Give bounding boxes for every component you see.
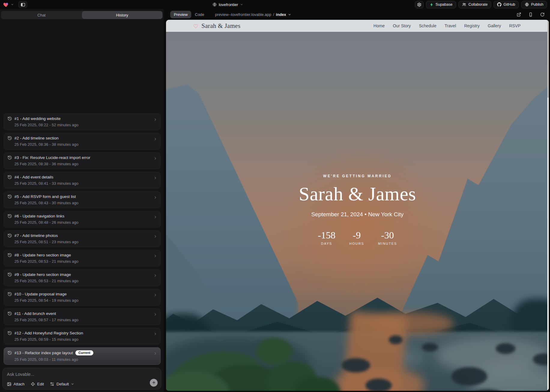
lovable-logo-icon[interactable] xyxy=(3,2,9,7)
preview-panel: Preview Code preview--lovefrontier.lovab… xyxy=(166,9,549,391)
hero-eyebrow: WE'RE GETTING MARRIED xyxy=(166,174,549,178)
publish-button[interactable]: Publish xyxy=(521,1,547,8)
chevron-right-icon xyxy=(153,157,157,160)
tab-history[interactable]: History xyxy=(82,11,163,19)
open-external-icon[interactable] xyxy=(517,12,521,17)
history-list-item[interactable]: #8 - Update hero section image 25 Feb 20… xyxy=(4,250,161,267)
prompt-input[interactable] xyxy=(7,372,157,377)
arrow-up-icon xyxy=(152,381,156,385)
mode-select-button[interactable]: Default xyxy=(50,382,74,386)
history-list-item[interactable]: #4 - Add event details 25 Feb 2025, 08:4… xyxy=(4,172,161,189)
site-nav-link[interactable]: Home xyxy=(373,23,385,28)
history-list: #1 - Add wedding website 25 Feb 2025, 08… xyxy=(4,113,161,365)
github-icon xyxy=(497,2,501,7)
history-item-title: #8 - Update hero section image xyxy=(14,253,71,257)
tab-preview[interactable]: Preview xyxy=(170,11,191,18)
site-brand[interactable]: Sarah & James xyxy=(193,22,240,30)
history-list-item[interactable]: #2 - Add timeline section 25 Feb 2025, 0… xyxy=(4,133,161,150)
countdown-label: HOURS xyxy=(349,242,364,245)
supabase-button[interactable]: Supabase xyxy=(426,1,456,8)
history-item-timestamp: 25 Feb 2025, 09:03 - 11 minutes ago xyxy=(14,357,150,362)
history-clock-icon xyxy=(8,351,12,355)
history-item-timestamp: 25 Feb 2025, 08:48 - 26 minutes ago xyxy=(14,220,150,225)
history-clock-icon xyxy=(8,272,12,277)
countdown-value: -30 xyxy=(378,230,397,241)
refresh-icon[interactable] xyxy=(540,12,545,17)
github-button[interactable]: GitHub xyxy=(494,1,519,8)
site-viewport: Sarah & James Home Our Story Schedule Tr… xyxy=(166,20,549,391)
countdown-unit: -9 HOURS xyxy=(349,230,364,245)
prompt-composer: Attach Edit Default xyxy=(2,368,161,390)
site-nav-link[interactable]: Schedule xyxy=(419,23,436,28)
history-list-item[interactable]: #13 - Refactor index page layout Current… xyxy=(4,347,161,365)
history-clock-icon xyxy=(8,194,12,199)
history-item-title: #10 - Update proposal image xyxy=(14,292,67,296)
history-item-title-row: #2 - Add timeline section xyxy=(8,136,150,140)
history-list-item[interactable]: #5 - Add RSVP form and guest list 25 Feb… xyxy=(4,191,161,208)
chevron-right-icon xyxy=(153,137,157,141)
logo-chevron-down-icon[interactable] xyxy=(11,3,14,6)
settings-button[interactable] xyxy=(415,1,424,8)
tab-chat[interactable]: Chat xyxy=(1,11,82,19)
chevron-right-icon xyxy=(153,196,157,199)
history-list-item[interactable]: #1 - Add wedding website 25 Feb 2025, 08… xyxy=(4,113,161,130)
history-list-item[interactable]: #10 - Update proposal image 25 Feb 2025,… xyxy=(4,289,161,306)
chevron-right-icon xyxy=(153,235,157,238)
users-icon xyxy=(462,2,466,7)
target-icon xyxy=(31,382,35,386)
history-list-item[interactable]: #7 - Add timeline photos 25 Feb 2025, 08… xyxy=(4,230,161,247)
project-chevron-down-icon xyxy=(240,3,243,6)
supabase-bolt-icon xyxy=(430,3,434,7)
github-label: GitHub xyxy=(503,2,515,7)
chevron-right-icon xyxy=(153,254,157,258)
main-split: Chat History #1 - Add wedding website 25… xyxy=(0,9,550,392)
site-nav-link[interactable]: Gallery xyxy=(488,23,501,28)
history-clock-icon xyxy=(8,311,12,316)
send-button[interactable] xyxy=(150,379,158,387)
countdown-value: -9 xyxy=(349,230,364,241)
countdown-unit: -30 MINUTES xyxy=(378,230,397,245)
hero-title: Sarah & James xyxy=(166,183,549,205)
history-item-timestamp: 25 Feb 2025, 08:36 - 38 minutes ago xyxy=(14,142,150,147)
preview-action-icons xyxy=(517,12,545,17)
history-clock-icon xyxy=(8,331,12,335)
edit-label: Edit xyxy=(37,382,44,386)
site-scrollbar[interactable] xyxy=(547,20,549,391)
attach-button[interactable]: Attach xyxy=(7,382,25,386)
site-scrollbar-thumb[interactable] xyxy=(547,20,549,98)
history-list-item[interactable]: #3 - Fix: Resolve Lucide-react import er… xyxy=(4,152,161,169)
history-item-timestamp: 25 Feb 2025, 08:22 - 52 minutes ago xyxy=(14,123,150,127)
collaborate-button[interactable]: Collaborate xyxy=(458,1,491,8)
site-nav-link[interactable]: Travel xyxy=(445,23,456,28)
preview-toolbar: Preview Code preview--lovefrontier.lovab… xyxy=(166,9,549,20)
history-clock-icon xyxy=(8,175,12,179)
chevron-right-icon xyxy=(153,215,157,219)
topbar-right-group: Supabase Collaborate GitHub Publish xyxy=(415,1,547,8)
history-list-item[interactable]: #11 - Add brunch event 25 Feb 2025, 08:5… xyxy=(4,308,161,325)
composer-actions: Attach Edit Default xyxy=(7,382,157,386)
countdown-label: MINUTES xyxy=(378,242,397,245)
history-list-item[interactable]: #12 - Add Honeyfund Registry Section 25 … xyxy=(4,328,161,345)
sidebar-toggle-button[interactable] xyxy=(19,1,27,8)
chevron-right-icon xyxy=(153,352,157,355)
preview-url-selector[interactable]: preview--lovefrontier.lovable.app / inde… xyxy=(215,12,291,17)
history-list-item[interactable]: #6 - Update navigation links 25 Feb 2025… xyxy=(4,211,161,228)
site-nav-link[interactable]: RSVP xyxy=(509,23,521,28)
history-item-title: #11 - Add brunch event xyxy=(14,311,56,316)
tab-code[interactable]: Code xyxy=(191,11,208,18)
history-item-title: #7 - Add timeline photos xyxy=(14,233,58,238)
chevron-right-icon xyxy=(153,118,157,121)
mobile-view-icon[interactable] xyxy=(528,12,533,17)
history-item-timestamp: 25 Feb 2025, 08:41 - 33 minutes ago xyxy=(14,181,150,186)
hero-date-location: September 21, 2024 • New York City xyxy=(166,211,549,218)
history-item-title: #2 - Add timeline section xyxy=(14,136,59,140)
project-switcher[interactable]: lovefrontier xyxy=(213,2,243,7)
mode-chevron-down-icon xyxy=(71,382,74,386)
edit-mode-button[interactable]: Edit xyxy=(31,382,44,386)
site-nav-link[interactable]: Our Story xyxy=(393,23,411,28)
mode-label: Default xyxy=(56,382,69,386)
history-list-item[interactable]: #9 - Update hero section image 25 Feb 20… xyxy=(4,269,161,286)
history-item-title-row: #8 - Update hero section image xyxy=(8,253,150,257)
site-nav-link[interactable]: Registry xyxy=(464,23,479,28)
heart-outline-icon xyxy=(193,23,199,28)
